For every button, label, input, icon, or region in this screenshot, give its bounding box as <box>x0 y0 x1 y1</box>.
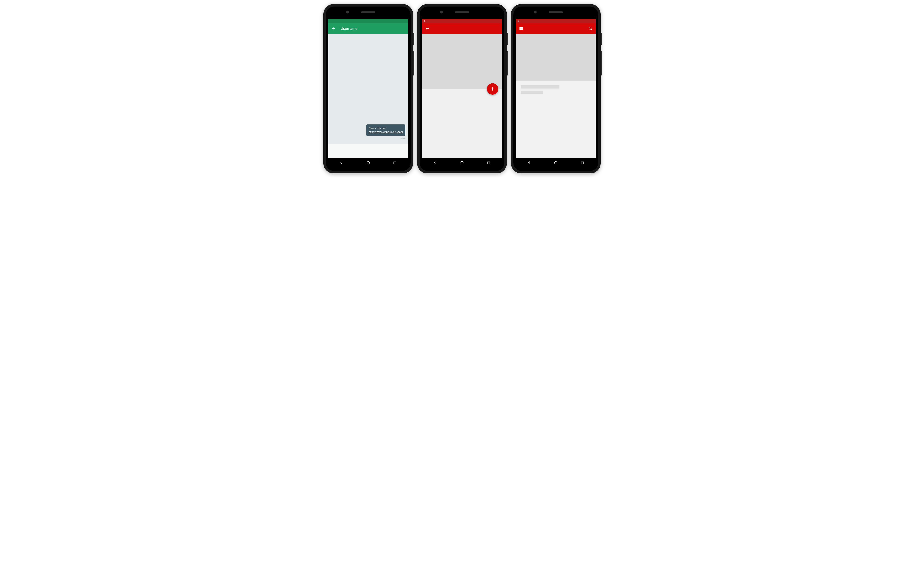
nav-recent-icon[interactable] <box>487 160 491 165</box>
back-arrow-icon[interactable] <box>425 26 430 31</box>
svg-line-16 <box>591 29 592 30</box>
nav-home-icon[interactable] <box>460 160 464 165</box>
app-bar <box>516 23 596 34</box>
svg-marker-8 <box>434 162 436 164</box>
phone-camera <box>534 11 537 13</box>
android-nav-bar <box>422 158 502 168</box>
phone-side-button <box>601 33 602 45</box>
nav-recent-icon[interactable] <box>393 160 397 165</box>
hamburger-menu-icon[interactable] <box>519 26 523 31</box>
svg-rect-19 <box>581 162 583 164</box>
phone-speaker <box>548 11 563 13</box>
phone-side-button <box>507 51 508 75</box>
app-bar: Username <box>328 23 408 34</box>
status-bar <box>422 19 502 23</box>
app-bar <box>422 23 502 34</box>
nav-back-icon[interactable] <box>433 160 437 165</box>
android-nav-bar <box>516 158 596 168</box>
hero-placeholder <box>422 34 502 89</box>
charging-bolt-icon <box>517 19 520 22</box>
phone-speaker <box>455 11 469 13</box>
phone-frame-2 <box>417 4 507 173</box>
chat-input-area[interactable] <box>328 144 408 158</box>
nav-home-icon[interactable] <box>553 160 558 165</box>
svg-point-18 <box>554 161 557 164</box>
phone-side-button <box>413 51 414 75</box>
message-text: Check this out: <box>369 127 386 130</box>
svg-marker-4 <box>424 20 425 22</box>
phone-camera <box>346 11 349 13</box>
message-timestamp: Now <box>401 137 405 140</box>
fab-add-button[interactable] <box>487 83 498 95</box>
search-icon[interactable] <box>588 26 593 31</box>
back-arrow-icon[interactable] <box>331 26 336 31</box>
svg-marker-1 <box>341 162 342 164</box>
phone-camera <box>440 11 443 13</box>
status-bar <box>516 19 596 23</box>
nav-back-icon[interactable] <box>527 160 531 165</box>
content-body <box>516 81 596 158</box>
svg-rect-10 <box>488 162 490 164</box>
phone-frame-3 <box>511 4 601 173</box>
text-placeholder-line <box>521 91 543 94</box>
content-placeholder <box>422 89 502 158</box>
svg-rect-3 <box>394 162 396 164</box>
chat-area[interactable]: Check this out: https://www.websiteURL.c… <box>328 34 408 144</box>
phone-side-button <box>507 33 508 45</box>
chat-bubble-outgoing[interactable]: Check this out: https://www.websiteURL.c… <box>366 124 405 136</box>
phone-side-button <box>413 33 414 45</box>
nav-home-icon[interactable] <box>366 160 371 165</box>
hero-placeholder <box>516 34 596 81</box>
nav-back-icon[interactable] <box>339 160 344 165</box>
svg-point-9 <box>461 161 463 164</box>
message-link[interactable]: https://www.websiteURL.com <box>369 130 403 133</box>
phone-side-button <box>601 51 602 75</box>
nav-recent-icon[interactable] <box>580 160 585 165</box>
status-bar <box>328 19 408 23</box>
android-nav-bar <box>328 158 408 168</box>
text-placeholder-line <box>521 85 559 89</box>
svg-marker-17 <box>528 162 530 164</box>
phone-speaker <box>361 11 376 13</box>
svg-marker-11 <box>518 20 519 22</box>
phone-frame-1: Username Check this out: https://www.web… <box>323 4 413 173</box>
appbar-title: Username <box>341 27 405 31</box>
charging-bolt-icon <box>424 19 426 22</box>
svg-point-2 <box>367 161 369 164</box>
